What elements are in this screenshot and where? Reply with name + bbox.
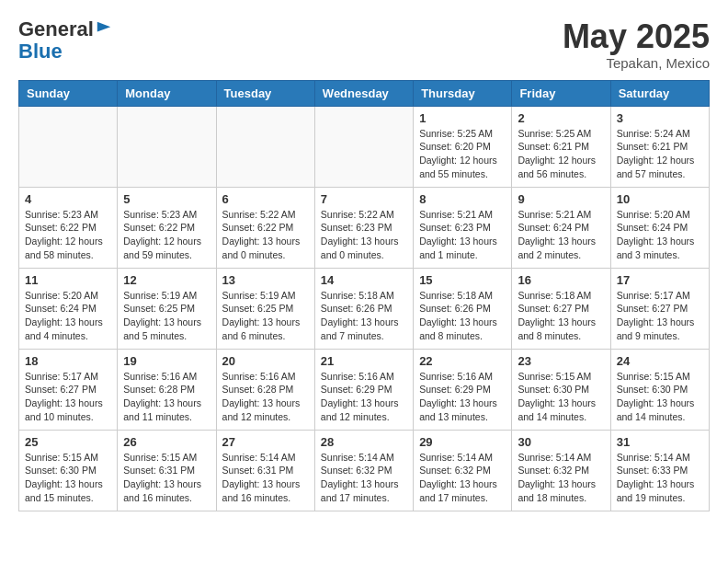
day-number: 12 (123, 273, 210, 287)
day-number: 17 (617, 273, 703, 287)
column-header-thursday: Thursday (414, 80, 512, 106)
page-header: General Blue May 2025 Tepakan, Mexico (18, 18, 710, 71)
day-number: 29 (419, 435, 506, 449)
day-info: Sunrise: 5:15 AM Sunset: 6:30 PM Dayligh… (617, 370, 703, 424)
day-info: Sunrise: 5:19 AM Sunset: 6:25 PM Dayligh… (222, 289, 309, 343)
calendar-cell: 26Sunrise: 5:15 AM Sunset: 6:31 PM Dayli… (118, 430, 216, 511)
calendar-cell: 6Sunrise: 5:22 AM Sunset: 6:22 PM Daylig… (216, 187, 314, 268)
day-number: 3 (617, 111, 703, 125)
day-info: Sunrise: 5:24 AM Sunset: 6:21 PM Dayligh… (617, 127, 703, 181)
day-number: 1 (419, 111, 506, 125)
day-info: Sunrise: 5:18 AM Sunset: 6:26 PM Dayligh… (419, 289, 506, 343)
calendar-cell: 10Sunrise: 5:20 AM Sunset: 6:24 PM Dayli… (610, 187, 709, 268)
column-header-saturday: Saturday (610, 80, 709, 106)
day-number: 9 (518, 192, 604, 206)
day-number: 21 (321, 354, 407, 368)
day-number: 24 (617, 354, 703, 368)
day-number: 11 (25, 273, 111, 287)
calendar-cell: 12Sunrise: 5:19 AM Sunset: 6:25 PM Dayli… (118, 268, 216, 349)
day-info: Sunrise: 5:15 AM Sunset: 6:30 PM Dayligh… (518, 370, 604, 424)
day-number: 6 (222, 192, 309, 206)
column-header-wednesday: Wednesday (314, 80, 413, 106)
calendar-cell: 5Sunrise: 5:23 AM Sunset: 6:22 PM Daylig… (118, 187, 216, 268)
calendar-cell: 18Sunrise: 5:17 AM Sunset: 6:27 PM Dayli… (19, 349, 118, 430)
column-header-monday: Monday (118, 80, 216, 106)
calendar-cell (314, 106, 413, 187)
day-info: Sunrise: 5:20 AM Sunset: 6:24 PM Dayligh… (25, 289, 111, 343)
day-number: 13 (222, 273, 309, 287)
calendar-cell: 24Sunrise: 5:15 AM Sunset: 6:30 PM Dayli… (610, 349, 709, 430)
day-info: Sunrise: 5:21 AM Sunset: 6:23 PM Dayligh… (419, 208, 506, 262)
calendar-cell: 7Sunrise: 5:22 AM Sunset: 6:23 PM Daylig… (314, 187, 413, 268)
calendar-cell: 2Sunrise: 5:25 AM Sunset: 6:21 PM Daylig… (512, 106, 610, 187)
day-info: Sunrise: 5:16 AM Sunset: 6:29 PM Dayligh… (321, 370, 407, 424)
day-info: Sunrise: 5:18 AM Sunset: 6:27 PM Dayligh… (518, 289, 604, 343)
calendar-cell (118, 106, 216, 187)
calendar-cell: 14Sunrise: 5:18 AM Sunset: 6:26 PM Dayli… (314, 268, 413, 349)
day-number: 28 (321, 435, 407, 449)
calendar-cell (216, 106, 314, 187)
calendar-cell: 8Sunrise: 5:21 AM Sunset: 6:23 PM Daylig… (414, 187, 512, 268)
day-number: 25 (25, 435, 111, 449)
day-info: Sunrise: 5:14 AM Sunset: 6:32 PM Dayligh… (321, 451, 407, 505)
svg-marker-0 (97, 22, 110, 32)
day-info: Sunrise: 5:25 AM Sunset: 6:21 PM Dayligh… (518, 127, 604, 181)
day-number: 19 (123, 354, 210, 368)
day-number: 26 (123, 435, 210, 449)
day-number: 18 (25, 354, 111, 368)
location-text: Tepakan, Mexico (563, 55, 710, 71)
calendar-cell: 25Sunrise: 5:15 AM Sunset: 6:30 PM Dayli… (19, 430, 118, 511)
day-info: Sunrise: 5:15 AM Sunset: 6:30 PM Dayligh… (25, 451, 111, 505)
column-header-tuesday: Tuesday (216, 80, 314, 106)
logo-general-text: General (18, 18, 94, 40)
day-info: Sunrise: 5:22 AM Sunset: 6:22 PM Dayligh… (222, 208, 309, 262)
calendar-cell: 3Sunrise: 5:24 AM Sunset: 6:21 PM Daylig… (610, 106, 709, 187)
day-number: 15 (419, 273, 506, 287)
day-info: Sunrise: 5:19 AM Sunset: 6:25 PM Dayligh… (123, 289, 210, 343)
day-info: Sunrise: 5:16 AM Sunset: 6:29 PM Dayligh… (419, 370, 506, 424)
day-info: Sunrise: 5:21 AM Sunset: 6:24 PM Dayligh… (518, 208, 604, 262)
day-number: 22 (419, 354, 506, 368)
day-info: Sunrise: 5:17 AM Sunset: 6:27 PM Dayligh… (617, 289, 703, 343)
day-info: Sunrise: 5:22 AM Sunset: 6:23 PM Dayligh… (321, 208, 407, 262)
calendar-cell: 29Sunrise: 5:14 AM Sunset: 6:32 PM Dayli… (414, 430, 512, 511)
day-number: 23 (518, 354, 604, 368)
calendar-cell: 22Sunrise: 5:16 AM Sunset: 6:29 PM Dayli… (414, 349, 512, 430)
day-number: 31 (617, 435, 703, 449)
column-header-friday: Friday (512, 80, 610, 106)
day-info: Sunrise: 5:25 AM Sunset: 6:20 PM Dayligh… (419, 127, 506, 181)
day-info: Sunrise: 5:16 AM Sunset: 6:28 PM Dayligh… (222, 370, 309, 424)
calendar-cell: 13Sunrise: 5:19 AM Sunset: 6:25 PM Dayli… (216, 268, 314, 349)
day-number: 5 (123, 192, 210, 206)
day-info: Sunrise: 5:23 AM Sunset: 6:22 PM Dayligh… (25, 208, 111, 262)
logo-flag-icon (96, 20, 112, 37)
day-number: 20 (222, 354, 309, 368)
calendar-cell: 17Sunrise: 5:17 AM Sunset: 6:27 PM Dayli… (610, 268, 709, 349)
day-info: Sunrise: 5:20 AM Sunset: 6:24 PM Dayligh… (617, 208, 703, 262)
day-info: Sunrise: 5:23 AM Sunset: 6:22 PM Dayligh… (123, 208, 210, 262)
day-number: 2 (518, 111, 604, 125)
month-title: May 2025 (563, 18, 710, 55)
calendar-cell (19, 106, 118, 187)
day-number: 16 (518, 273, 604, 287)
day-number: 14 (321, 273, 407, 287)
calendar-cell: 19Sunrise: 5:16 AM Sunset: 6:28 PM Dayli… (118, 349, 216, 430)
calendar-cell: 15Sunrise: 5:18 AM Sunset: 6:26 PM Dayli… (414, 268, 512, 349)
logo: General Blue (18, 18, 112, 63)
day-number: 30 (518, 435, 604, 449)
day-number: 27 (222, 435, 309, 449)
calendar-cell: 20Sunrise: 5:16 AM Sunset: 6:28 PM Dayli… (216, 349, 314, 430)
day-info: Sunrise: 5:18 AM Sunset: 6:26 PM Dayligh… (321, 289, 407, 343)
day-number: 4 (25, 192, 111, 206)
calendar-cell: 4Sunrise: 5:23 AM Sunset: 6:22 PM Daylig… (19, 187, 118, 268)
day-number: 8 (419, 192, 506, 206)
day-info: Sunrise: 5:14 AM Sunset: 6:32 PM Dayligh… (419, 451, 506, 505)
day-info: Sunrise: 5:16 AM Sunset: 6:28 PM Dayligh… (123, 370, 210, 424)
title-block: May 2025 Tepakan, Mexico (563, 18, 710, 71)
calendar-cell: 11Sunrise: 5:20 AM Sunset: 6:24 PM Dayli… (19, 268, 118, 349)
calendar-cell: 16Sunrise: 5:18 AM Sunset: 6:27 PM Dayli… (512, 268, 610, 349)
calendar-cell: 21Sunrise: 5:16 AM Sunset: 6:29 PM Dayli… (314, 349, 413, 430)
day-info: Sunrise: 5:17 AM Sunset: 6:27 PM Dayligh… (25, 370, 111, 424)
day-info: Sunrise: 5:14 AM Sunset: 6:32 PM Dayligh… (518, 451, 604, 505)
calendar-cell: 28Sunrise: 5:14 AM Sunset: 6:32 PM Dayli… (314, 430, 413, 511)
